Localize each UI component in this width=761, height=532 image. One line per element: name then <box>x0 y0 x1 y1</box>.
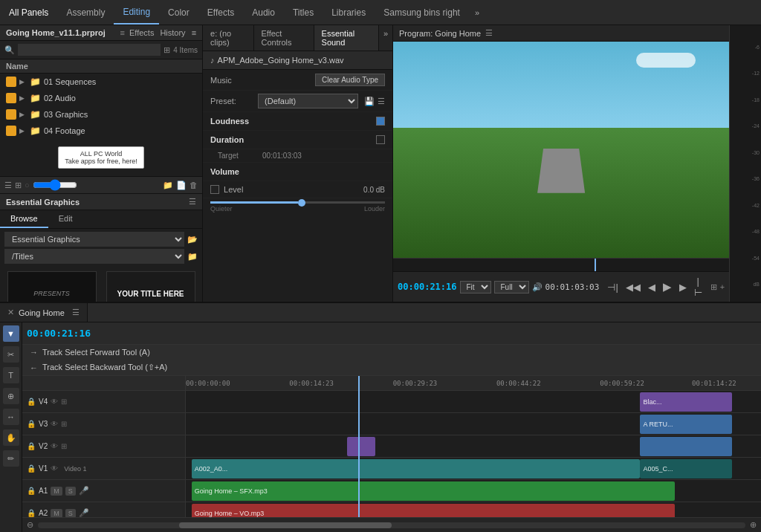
folder-01-sequences[interactable]: ▶ 📁 01 Sequences <box>0 74 202 90</box>
tl-text-tool[interactable]: T <box>3 367 19 383</box>
eg-item-angled-presents[interactable]: PRESENTS Angled Presents <box>4 271 99 302</box>
pm-menu-icon[interactable]: ☰ <box>485 28 493 38</box>
nav-color[interactable]: Color <box>159 0 198 25</box>
nav-more[interactable]: » <box>469 8 485 17</box>
pm-back-btn[interactable]: ◀ <box>646 280 658 294</box>
pm-full-dropdown[interactable]: Full <box>494 281 529 293</box>
v3-box-icon[interactable]: ⊞ <box>61 420 67 428</box>
project-effects-tab[interactable]: Effects <box>129 28 154 37</box>
project-more-btn[interactable]: ≡ <box>192 28 196 37</box>
new-item-btn[interactable]: 📄 <box>176 181 187 190</box>
es-preset-save-icon[interactable]: 💾 <box>364 97 375 106</box>
nav-all-panels[interactable]: All Panels <box>0 0 57 25</box>
track-backward-tool[interactable]: ← Track Select Backward Tool (⇧+A) <box>22 360 761 375</box>
es-level-slider[interactable] <box>210 201 385 204</box>
a1-solo-btn[interactable]: S <box>65 487 76 496</box>
v1-lock-icon[interactable]: 🔒 <box>27 464 36 473</box>
expand-arrow-sequences[interactable]: ▶ <box>19 78 27 85</box>
timeline-tab[interactable]: ✕ Going Home ☰ <box>0 303 88 322</box>
clip-v4-black[interactable]: Blac... <box>640 392 732 412</box>
expand-arrow-audio[interactable]: ▶ <box>19 94 27 102</box>
nav-assembly[interactable]: Assembly <box>57 0 114 25</box>
nav-audio[interactable]: Audio <box>243 0 284 25</box>
clip-v3-return[interactable]: A RETU... <box>640 415 732 434</box>
timeline-playhead[interactable] <box>358 376 360 517</box>
tl-hand-tool[interactable]: ✋ <box>3 429 19 446</box>
eg-menu-btn[interactable]: ☰ <box>189 197 196 207</box>
a2-solo-btn[interactable]: S <box>65 509 76 518</box>
clip-a1-sfx[interactable]: Going Home – SFX.mp3 <box>192 481 675 501</box>
tl-scroll-track[interactable] <box>38 522 745 528</box>
delete-btn[interactable]: 🗑 <box>190 181 198 189</box>
tl-zoom-in-icon[interactable]: ⊕ <box>750 520 757 530</box>
expand-arrow-graphics[interactable]: ▶ <box>19 111 27 118</box>
a1-mute-btn[interactable]: M <box>51 487 62 496</box>
es-loudness-checkbox[interactable] <box>376 117 385 126</box>
pm-more-btn[interactable]: + <box>720 282 725 291</box>
timeline-ruler[interactable]: 00:00:00:00 00:00:14:23 00:00:29:23 00:0… <box>186 376 761 391</box>
a2-lock-icon[interactable]: 🔒 <box>27 509 36 517</box>
nav-libraries[interactable]: Libraries <box>323 0 375 25</box>
tl-slip-tool[interactable]: ↔ <box>3 409 19 425</box>
pm-rewind-btn[interactable]: ◀◀ <box>624 280 643 294</box>
timeline-menu-icon[interactable]: ☰ <box>72 308 80 317</box>
pm-in-point-btn[interactable]: ⊣| <box>605 280 620 294</box>
track-forward-tool[interactable]: → Track Select Forward Tool (A) <box>22 345 761 360</box>
pm-audio-icon[interactable]: 🔊 <box>532 282 543 292</box>
pm-tools-icon[interactable]: ⊞ <box>710 282 717 292</box>
eg-item-angled-title[interactable]: YOUR TITLE HERE Angled Title <box>103 271 198 302</box>
pm-out-point-btn[interactable]: |⊢ <box>692 274 705 299</box>
list-icon[interactable]: ⊞ <box>163 45 170 55</box>
eg-edit-tab[interactable]: Edit <box>48 210 83 228</box>
clip-v1-main[interactable]: A002_A0... <box>192 459 641 479</box>
list-view-btn[interactable]: ☰ <box>4 181 12 190</box>
a2-mute-btn[interactable]: M <box>51 509 62 518</box>
a1-mic-icon[interactable]: 🎤 <box>79 486 89 496</box>
nav-effects[interactable]: Effects <box>198 0 243 25</box>
nav-editing[interactable]: Editing <box>114 0 159 25</box>
pm-play-btn[interactable]: ▶ <box>661 279 674 295</box>
eg-category-dropdown[interactable]: /Titles <box>4 249 184 264</box>
v3-lock-icon[interactable]: 🔒 <box>27 420 36 428</box>
v4-box-icon[interactable]: ⊞ <box>61 398 67 406</box>
zoom-slider[interactable] <box>33 179 77 191</box>
a1-lock-icon[interactable]: 🔒 <box>27 487 36 495</box>
pm-scrub-bar[interactable] <box>393 258 729 271</box>
v4-eye-icon[interactable]: 👁 <box>51 398 58 406</box>
clip-a2-vo[interactable]: Going Home – VO.mp3 <box>192 504 675 517</box>
v2-lock-icon[interactable]: 🔒 <box>27 442 36 450</box>
tl-zoom-out-icon[interactable]: ⊖ <box>27 520 33 530</box>
clip-v2-adobe[interactable] <box>640 437 732 456</box>
es-preset-dropdown[interactable]: (Default) <box>258 94 358 108</box>
clip-v2-small[interactable] <box>347 437 376 456</box>
project-history-tab[interactable]: History <box>160 28 185 37</box>
clip-v1-a005[interactable]: A005_C... <box>640 459 732 479</box>
v4-lock-icon[interactable]: 🔒 <box>27 398 36 406</box>
pm-forward-btn[interactable]: ▶ <box>677 280 689 294</box>
icon-view-btn[interactable]: ⊞ <box>15 181 22 190</box>
center-tab-more[interactable]: » <box>379 25 392 51</box>
nav-titles[interactable]: Titles <box>284 0 323 25</box>
timeline-close-icon[interactable]: ✕ <box>7 308 14 317</box>
a2-mic-icon[interactable]: 🎤 <box>79 508 89 517</box>
tl-select-tool[interactable]: ▼ <box>3 325 19 342</box>
folder-02-audio[interactable]: ▶ 📁 02 Audio <box>0 90 202 106</box>
v3-eye-icon[interactable]: 👁 <box>51 420 58 428</box>
new-bin-btn[interactable]: 📁 <box>163 181 173 190</box>
essential-sound-tab[interactable]: Essential Sound <box>314 25 379 51</box>
no-clips-tab[interactable]: e: (no clips) <box>203 25 253 51</box>
expand-arrow-footage[interactable]: ▶ <box>19 127 27 134</box>
folder-03-graphics[interactable]: ▶ 📁 03 Graphics <box>0 106 202 123</box>
es-clear-button[interactable]: Clear Audio Type <box>315 74 385 86</box>
tl-zoom-tool[interactable]: ⊕ <box>3 388 19 404</box>
tl-pen-tool[interactable]: ✏ <box>3 450 19 467</box>
eg-folder-icon[interactable]: 📁 <box>187 252 198 262</box>
es-duration-checkbox[interactable] <box>376 135 385 144</box>
v2-eye-icon[interactable]: 👁 <box>51 442 58 450</box>
eg-browse-icon[interactable]: 📂 <box>187 235 198 244</box>
pm-fit-dropdown[interactable]: Fit <box>460 281 491 293</box>
nav-samsung[interactable]: Samsung bins right <box>375 0 469 25</box>
es-level-checkbox[interactable] <box>210 185 219 194</box>
v1-eye-icon[interactable]: 👁 <box>51 464 58 473</box>
project-search-input[interactable] <box>18 44 161 56</box>
